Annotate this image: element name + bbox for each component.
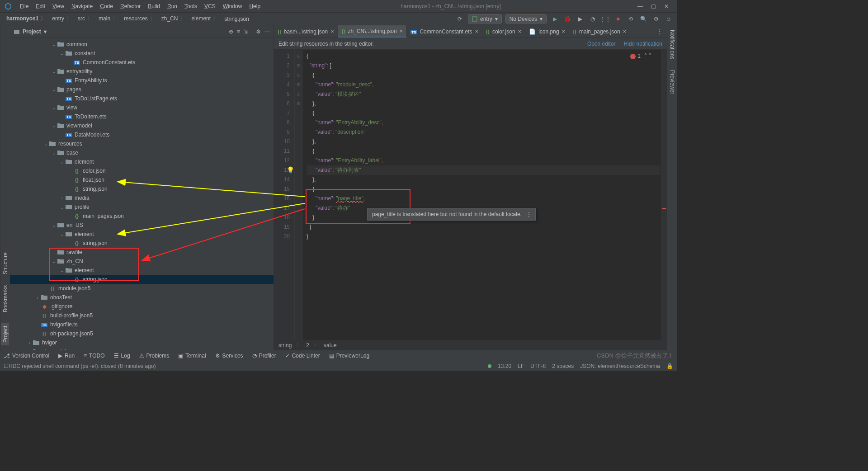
editor-tab[interactable]: TSCommonConstant.ets× (407, 25, 482, 38)
indent[interactable]: 2 spaces (552, 363, 574, 369)
line-number-gutter[interactable]: 1234567891011121314151617181920 (274, 50, 295, 340)
crumb-item[interactable]: string (278, 342, 292, 349)
tree-arrow-icon[interactable]: › (26, 349, 33, 350)
tool-code-linter[interactable]: ✓Code Linter (285, 353, 320, 359)
code-line[interactable]: }, (307, 99, 660, 108)
code-line[interactable]: { (307, 184, 660, 194)
update-icon[interactable]: ⟲ (626, 14, 635, 24)
tree-item[interactable]: ⌄zh_CN (10, 257, 274, 266)
line-sep[interactable]: LF (518, 363, 524, 369)
code-line[interactable]: { (307, 108, 660, 118)
code-line[interactable]: { (307, 146, 660, 156)
menu-file[interactable]: File (16, 3, 32, 9)
close-icon[interactable]: ✕ (664, 3, 669, 9)
expand-icon[interactable]: ⇲ (244, 28, 248, 35)
editor-tab[interactable]: {}zh_CN\...\string.json× (338, 25, 407, 38)
tree-item[interactable]: {}string.json (10, 184, 274, 193)
tree-item[interactable]: ⌄view (10, 103, 274, 112)
tree-arrow-icon[interactable]: ⌄ (51, 151, 57, 155)
error-indicator[interactable]: 1 ˄ ˅ (630, 52, 651, 61)
error-mark[interactable] (662, 208, 666, 209)
tree-item[interactable]: ⌄element (10, 230, 274, 239)
tree-item[interactable]: ⌄en_US (10, 221, 274, 230)
code-editor[interactable]: 1 ˄ ˅ { "string": [ { "name": "module_de… (303, 50, 660, 340)
json-schema[interactable]: JSON: elementResourceSchema (580, 363, 660, 369)
crumb-item[interactable]: value (324, 342, 337, 349)
close-tab-icon[interactable]: × (475, 28, 479, 35)
breadcrumb-item[interactable]: harmonyos1 (4, 14, 48, 23)
fold-gutter[interactable]: ⊟⊟⊟⊟⊟⊟ (295, 50, 303, 340)
search-icon[interactable]: 🔍 (639, 14, 648, 24)
tool-previewerlog[interactable]: ▤PreviewerLog (329, 353, 369, 359)
tree-arrow-icon[interactable]: ⌄ (51, 259, 57, 264)
breadcrumb-item[interactable]: resources (121, 14, 158, 23)
locate-icon[interactable]: ⊕ (229, 28, 233, 35)
more-icon[interactable]: ⋮ (526, 211, 532, 217)
tree-item[interactable]: TSToDoListPage.ets (10, 94, 274, 103)
menu-code[interactable]: Code (96, 3, 117, 9)
tool-services[interactable]: ⚙Services (215, 353, 243, 359)
tree-item[interactable]: ⌄constant (10, 49, 274, 58)
menu-build[interactable]: Build (144, 3, 164, 9)
attach-icon[interactable]: ⋮⋮ (601, 14, 610, 24)
code-line[interactable]: { (307, 71, 660, 80)
tree-item[interactable]: TSDataModel.ets (10, 130, 274, 139)
run-config-select[interactable]: entry ▾ (468, 14, 502, 24)
crumb-item[interactable]: 2 (306, 342, 309, 349)
tree-item[interactable]: ›oh_modules (10, 347, 274, 350)
tree-item[interactable]: {}module.json5 (10, 284, 274, 293)
code-line[interactable]: "string": [ (307, 61, 660, 71)
lock-icon[interactable]: 🔒 (666, 363, 673, 369)
editor-tab[interactable]: {}main_pages.json× (569, 25, 630, 38)
chevron-up-icon[interactable]: ˄ (644, 52, 647, 61)
code-line[interactable]: { (307, 52, 660, 61)
tree-arrow-icon[interactable]: ⌄ (42, 141, 49, 146)
tree-item[interactable]: ◆.gitignore (10, 302, 274, 311)
close-tab-icon[interactable]: × (623, 28, 627, 35)
select-open-icon[interactable]: ≡ (237, 28, 240, 35)
tool-todo[interactable]: ≡TODO (84, 353, 104, 359)
more-tabs-icon[interactable]: ⋮ (652, 28, 667, 35)
debug-icon[interactable]: 🐞 (563, 14, 572, 24)
breadcrumb-item[interactable]: element (189, 14, 221, 23)
menu-run[interactable]: Run (164, 3, 181, 9)
tree-item[interactable]: TSToDoItem.ets (10, 112, 274, 121)
chevron-down-icon[interactable]: ▾ (44, 28, 47, 35)
hide-icon[interactable]: — (264, 28, 270, 35)
settings-icon[interactable]: ⚙ (651, 14, 660, 24)
tree-item[interactable]: ⌄viewmodel (10, 121, 274, 130)
breadcrumb-item[interactable]: zh_CN (159, 14, 188, 23)
menu-tools[interactable]: Tools (181, 3, 201, 9)
menu-refactor[interactable]: Refactor (117, 3, 144, 9)
tree-item[interactable]: {}float.json (10, 175, 274, 184)
editor-tab[interactable]: {}base\...\string.json× (274, 25, 338, 38)
stop-icon[interactable]: ■ (613, 14, 623, 24)
close-tab-icon[interactable]: × (562, 28, 566, 35)
code-line[interactable]: "name": "EntryAbility_label", (307, 156, 660, 165)
code-breadcrumb[interactable]: string〉 2〉 value (274, 340, 667, 350)
tree-arrow-icon[interactable]: › (34, 295, 41, 300)
tree-item[interactable]: {}build-profile.json5 (10, 311, 274, 320)
tool-version-control[interactable]: ⎇Version Control (4, 353, 49, 359)
caret-position[interactable]: 13:20 (498, 363, 511, 369)
tool-problems[interactable]: ⚠Problems (139, 353, 170, 359)
user-icon[interactable]: ☺ (664, 14, 673, 24)
tree-arrow-icon[interactable]: ⌄ (51, 223, 57, 228)
maximize-icon[interactable]: ▢ (651, 3, 656, 9)
code-line[interactable]: "value": "description" (307, 127, 660, 137)
tool-run[interactable]: ▶Run (58, 353, 75, 359)
encoding[interactable]: UTF-8 (530, 363, 546, 369)
tree-item[interactable]: ⌄resources (10, 139, 274, 148)
code-line[interactable]: }, (307, 137, 660, 146)
device-select[interactable]: No Devices ▾ (505, 14, 547, 24)
tree-item[interactable]: ⌄element (10, 157, 274, 166)
tree-item[interactable]: rawfile (10, 248, 274, 257)
minimize-icon[interactable]: — (637, 3, 643, 9)
tree-item[interactable]: ⌄common (10, 40, 274, 49)
code-line[interactable]: }, (307, 175, 660, 184)
tree-item[interactable]: TSCommonConstant.ets (10, 58, 274, 67)
tree-arrow-icon[interactable]: ⌄ (59, 160, 65, 165)
code-line[interactable]: "name": "EntryAbility_desc", (307, 118, 660, 127)
tree-item[interactable]: ›media (10, 193, 274, 203)
breadcrumb-item[interactable]: src (75, 14, 95, 23)
